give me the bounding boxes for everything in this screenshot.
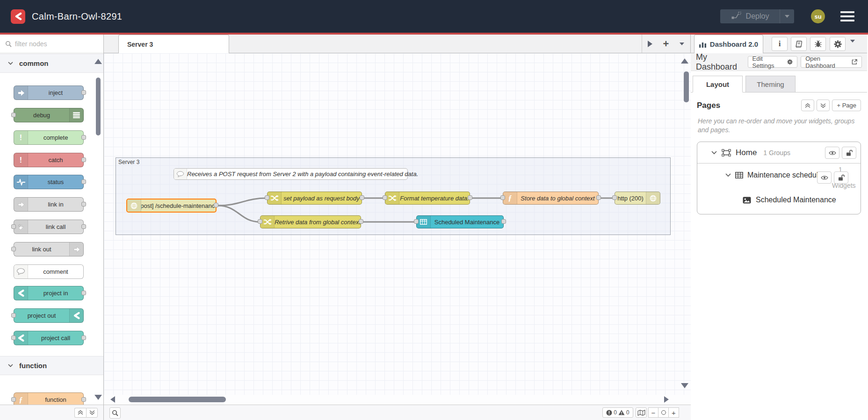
output-port[interactable] — [81, 291, 86, 295]
output-port[interactable] — [214, 203, 218, 207]
help-tab-button[interactable] — [791, 37, 807, 51]
palette-category-common[interactable]: common — [0, 54, 103, 73]
deploy-button[interactable]: Deploy — [720, 9, 794, 23]
output-port[interactable] — [468, 195, 472, 200]
input-port[interactable] — [11, 113, 16, 117]
flow-node-retrieve-global[interactable]: Retrive data from global context — [260, 215, 361, 228]
palette-scroll-down-icon[interactable] — [94, 395, 102, 400]
deploy-button-main[interactable]: Deploy — [720, 9, 780, 23]
add-page-button[interactable]: + Page — [832, 100, 861, 111]
scroll-tabs-right-button[interactable] — [642, 35, 658, 53]
flow-node-store-global[interactable]: ƒ Store data to global context — [503, 192, 599, 205]
tab-theming[interactable]: Theming — [745, 76, 796, 93]
input-port[interactable] — [383, 195, 387, 200]
input-port[interactable] — [414, 219, 419, 224]
output-port[interactable] — [359, 219, 363, 224]
input-port[interactable] — [612, 195, 617, 200]
flow-list-button[interactable] — [674, 35, 690, 53]
lock-toggle-button[interactable] — [842, 147, 856, 159]
canvas-vscrollbar-thumb[interactable] — [684, 71, 689, 102]
input-port[interactable] — [11, 247, 16, 251]
zoom-reset-button[interactable] — [658, 407, 669, 418]
flow-node-http-in[interactable]: [post] /schedule-maintenance — [126, 199, 217, 213]
palette-node-status[interactable]: status — [14, 175, 84, 189]
visibility-toggle-button[interactable] — [817, 171, 832, 184]
input-port[interactable] — [258, 219, 262, 224]
output-port[interactable] — [596, 195, 601, 200]
input-port[interactable] — [500, 195, 505, 200]
canvas-scroll-left-icon[interactable] — [110, 396, 115, 403]
config-tab-button[interactable] — [830, 37, 846, 51]
tree-row-group-maintenance[interactable]: Maintenance schedul... 1 Widgets — [697, 164, 861, 190]
tab-dashboard-2[interactable]: Dashboard 2.0 — [694, 35, 763, 53]
palette-node-project-call[interactable]: project call — [14, 331, 84, 345]
chevron-down-icon[interactable] — [725, 173, 731, 177]
flow-node-set-payload[interactable]: set payload as request body — [267, 192, 362, 205]
palette-node-link-in[interactable]: link in — [14, 197, 84, 212]
input-port[interactable] — [11, 397, 16, 402]
palette-expand-all-button[interactable] — [86, 408, 98, 418]
deploy-options-button[interactable] — [780, 9, 794, 23]
canvas-scroll-right-icon[interactable] — [664, 396, 669, 403]
palette-node-project-in[interactable]: project in — [14, 286, 84, 300]
canvas-hscrollbar-thumb[interactable] — [129, 397, 226, 402]
visibility-toggle-button[interactable] — [825, 147, 839, 159]
palette-node-complete[interactable]: ! complete — [14, 130, 84, 145]
tab-server-3[interactable]: Server 3 — [118, 35, 229, 53]
palette-node-catch[interactable]: ! catch — [14, 153, 84, 167]
add-flow-button[interactable]: + — [658, 35, 674, 53]
palette-node-inject[interactable]: inject — [14, 85, 84, 100]
flow-status-counts[interactable]: 0 0 — [602, 407, 633, 418]
output-port[interactable] — [81, 135, 86, 140]
open-dashboard-button[interactable]: Open Dashboard — [801, 56, 862, 68]
palette-node-function[interactable]: ƒ function — [14, 392, 84, 405]
palette-scrollbar-thumb[interactable] — [96, 78, 101, 135]
palette-node-project-out[interactable]: project out — [14, 308, 84, 323]
zoom-out-button[interactable]: − — [648, 407, 658, 418]
palette-node-comment[interactable]: comment — [14, 264, 84, 279]
output-port[interactable] — [81, 224, 86, 229]
output-port[interactable] — [81, 179, 86, 184]
palette-collapse-all-button[interactable] — [74, 408, 86, 418]
palette-filter-input[interactable]: filter nodes — [0, 35, 103, 53]
debug-tab-button[interactable] — [810, 37, 826, 51]
output-port[interactable] — [81, 157, 86, 162]
tab-layout[interactable]: Layout — [693, 76, 743, 93]
canvas-search-button[interactable] — [109, 407, 121, 419]
output-port[interactable] — [81, 397, 86, 402]
palette-scroll-up-icon[interactable] — [94, 59, 102, 64]
input-port[interactable] — [11, 313, 16, 318]
palette-node-debug[interactable]: debug — [14, 108, 84, 122]
move-down-button[interactable] — [817, 100, 830, 111]
output-port[interactable] — [81, 335, 86, 340]
edit-settings-button[interactable]: Edit Settings — [748, 56, 798, 68]
palette-category-function[interactable]: function — [0, 356, 103, 375]
canvas-scroll-down-icon[interactable] — [681, 383, 688, 388]
flow-node-http-response[interactable]: http (200) — [615, 192, 660, 205]
palette-node-link-out[interactable]: link out — [14, 242, 84, 256]
palette-node-link-call[interactable]: link call — [14, 220, 84, 234]
input-port[interactable] — [11, 335, 16, 340]
flow-canvas[interactable]: Server 3 Receives a POST request from Se… — [104, 53, 691, 395]
output-port[interactable] — [360, 195, 364, 200]
canvas-scroll-up-icon[interactable] — [681, 58, 688, 64]
zoom-in-button[interactable]: + — [669, 407, 679, 418]
output-port[interactable] — [501, 219, 506, 224]
main-menu-button[interactable] — [840, 11, 854, 21]
comment-node[interactable]: Receives a POST request from Server 2 wi… — [174, 168, 408, 180]
flow-node-format-temperature[interactable]: Format temperature data. — [385, 192, 470, 205]
sidebar-menu-button[interactable] — [850, 43, 855, 51]
lock-toggle-button[interactable] — [834, 171, 848, 184]
output-port[interactable] — [81, 202, 86, 206]
input-port[interactable] — [11, 224, 16, 229]
input-port[interactable] — [265, 195, 269, 200]
output-port[interactable] — [81, 90, 86, 95]
navigator-button[interactable] — [636, 407, 647, 418]
tree-row-page-home[interactable]: Home 1 Groups — [697, 142, 861, 164]
chevron-down-icon[interactable] — [711, 151, 717, 155]
info-tab-button[interactable]: i — [772, 37, 788, 51]
move-up-button[interactable] — [801, 100, 814, 111]
user-avatar[interactable]: su — [811, 9, 825, 23]
flow-node-ui-table[interactable]: Scheduled Maintenance — [416, 215, 504, 228]
tree-row-widget-scheduled[interactable]: Scheduled Maintenance — [697, 190, 861, 214]
